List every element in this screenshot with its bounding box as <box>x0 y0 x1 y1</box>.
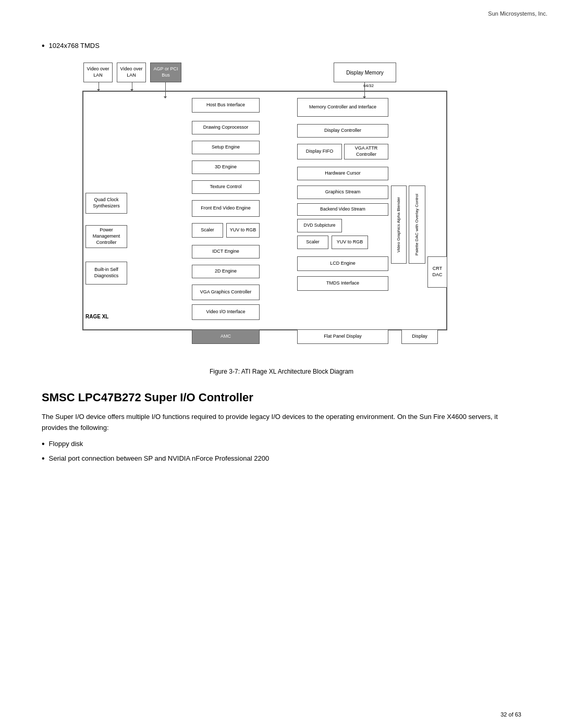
vga-attr-box: VGA ATTR Controller <box>344 144 388 159</box>
display-fifo-box: Display FIFO <box>297 144 342 159</box>
texture-control-box: Texture Control <box>192 180 260 194</box>
bullet-symbol-1: • <box>42 440 45 448</box>
drawing-coprocessor-box: Drawing Coprocessor <box>192 121 260 134</box>
section-bullets: • Floppy disk • Serial port connection b… <box>42 440 521 463</box>
arrow-display-mem <box>364 82 365 98</box>
company-name: Sun Microsystems, Inc. <box>488 10 547 17</box>
memory-controller-box: Memory Controller and Interface <box>297 98 388 117</box>
bullet-serial-text: Serial port connection between SP and NV… <box>49 454 270 462</box>
arrowhead-2 <box>164 96 167 98</box>
display-memory-box: Display Memory <box>334 63 396 82</box>
scaler-left-box: Scaler <box>192 223 223 238</box>
bullet-text: 1024x768 TMDS <box>49 42 100 50</box>
2d-engine-box: 2D Engine <box>192 265 260 278</box>
section-body: The Super I/O device offers multiple I/O… <box>42 412 521 434</box>
arrowhead-4 <box>130 89 133 91</box>
arrowhead-3 <box>97 89 100 91</box>
crt-dac-box: CRT DAC <box>427 256 447 288</box>
section-title: SMSC LPC47B272 Super I/O Controller <box>42 391 521 404</box>
bit-width-label: 64/32 <box>363 83 374 88</box>
page-number: 32 of 63 <box>500 711 521 718</box>
display-out-box: Display <box>401 329 438 344</box>
video-graphics-blend-box: Video Graphics Alpha Blender <box>391 186 407 264</box>
agp-pci-box: AGP or PCI Bus <box>150 63 181 82</box>
yuv-rgb-left-box: YUV to RGB <box>226 223 260 238</box>
scaler-right-box: Scaler <box>297 236 328 249</box>
hardware-cursor-box: Hardware Cursor <box>297 167 388 180</box>
bullet-symbol-2: • <box>42 454 45 463</box>
video-over-lan-1-box: Video over LAN <box>83 63 113 82</box>
palette-dac-label: Palette DAC with Overlay Control <box>414 194 420 255</box>
tmds-interface-box: TMDS Interface <box>297 276 388 291</box>
bullet-symbol: • <box>42 42 45 50</box>
bullet-floppy: • Floppy disk <box>42 440 521 448</box>
video-io-box: Video I/O Interface <box>192 304 260 320</box>
bullet-tmds: • 1024x768 TMDS <box>42 42 521 50</box>
arrowhead-1 <box>363 96 366 98</box>
display-controller-box: Display Controller <box>297 124 388 138</box>
diagram-wrapper: Video over LAN Video over LAN AGP or PCI… <box>42 58 521 355</box>
architecture-diagram: Video over LAN Video over LAN AGP or PCI… <box>78 58 485 355</box>
video-over-lan-2-box: Video over LAN <box>117 63 146 82</box>
figure-caption: Figure 3-7: ATI Rage XL Architecture Blo… <box>42 368 521 375</box>
flat-panel-box: Flat Panel Display <box>297 329 388 344</box>
bullet-serial: • Serial port connection between SP and … <box>42 454 521 463</box>
quad-clock-box: Quad Clock Synthesizers <box>85 193 127 214</box>
builtin-self-box: Built-in Self Diagnostics <box>85 262 127 285</box>
arrow-agp-host <box>165 82 166 98</box>
palette-dac-box: Palette DAC with Overlay Control <box>409 186 425 264</box>
vga-graphics-box: VGA Graphics Controller <box>192 285 260 300</box>
rage-xl-label: RAGE XL <box>85 314 108 319</box>
power-mgmt-box: Power Management Controller <box>85 225 127 248</box>
amc-box: AMC <box>192 329 260 344</box>
backend-video-box: Backend Video Stream <box>297 203 388 216</box>
setup-engine-box: Setup Engine <box>192 141 260 154</box>
idct-engine-box: IDCT Engine <box>192 245 260 258</box>
yuv-rgb-right-box: YUV to RGB <box>332 236 368 249</box>
3d-engine-box: 3D Engine <box>192 161 260 174</box>
graphics-stream-box: Graphics Stream <box>297 186 388 199</box>
bullet-floppy-text: Floppy disk <box>49 440 83 448</box>
front-end-video-box: Front End Video Engine <box>192 200 260 217</box>
lcd-engine-box: LCD Engine <box>297 256 388 271</box>
video-graphics-blend-label: Video Graphics Alpha Blender <box>396 197 401 253</box>
dvd-subpicture-box: DVD Subpicture <box>297 219 342 232</box>
host-bus-box: Host Bus Interface <box>192 98 260 113</box>
